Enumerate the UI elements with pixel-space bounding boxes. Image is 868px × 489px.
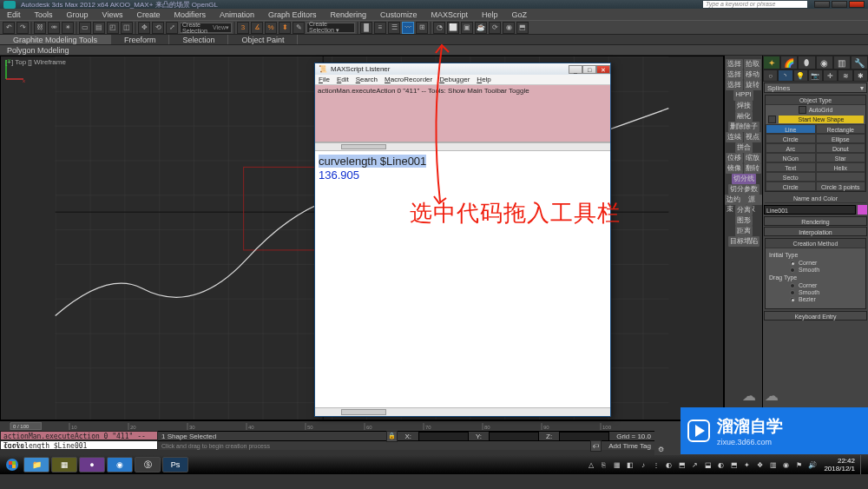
keyboard-entry-rollout[interactable]: Keyboard Entry <box>764 311 867 320</box>
side-command-strip[interactable]: 选择拾取选择移动选择旋转HPPI焊接融化删除除子连续视点拼合位移缩放镜像翻转切分… <box>724 56 762 420</box>
shape-circle-3-points[interactable]: Circle 3 points <box>816 182 866 191</box>
sidestrip-btn[interactable]: 镜像 <box>726 163 743 174</box>
mini-listener[interactable]: curvelength $Line001 <box>0 440 158 450</box>
shape-helix[interactable]: Helix <box>816 162 866 172</box>
listener-maximize[interactable]: □ <box>582 65 596 74</box>
ref-coord-dropdown[interactable]: Create SelectionView▾ <box>180 23 232 33</box>
autogrid-checkbox[interactable] <box>799 106 806 114</box>
sidestrip-btn[interactable]: 选择 <box>726 69 743 80</box>
listener-menu-search[interactable]: Search <box>352 75 381 84</box>
cameras-cat[interactable]: 📷 <box>808 69 823 82</box>
menu-modifiers[interactable]: Modifiers <box>167 10 213 19</box>
sidestrip-btn[interactable]: 融化 <box>735 111 753 122</box>
listener-output-pane[interactable]: curvelength $Line001 136.905 <box>315 151 610 407</box>
sidestrip-btn[interactable]: 边约束 <box>725 195 746 205</box>
mirror-button[interactable]: ▐▌ <box>360 22 372 34</box>
sidestrip-btn[interactable]: 选择 <box>726 80 743 90</box>
menu-rendering[interactable]: Rendering <box>324 10 374 19</box>
taskbar-app3[interactable]: ● <box>79 457 105 472</box>
shape-star[interactable]: Star <box>816 153 866 162</box>
time-slider-handle[interactable]: 0 / 100 <box>10 422 42 430</box>
lock-selection-icon[interactable]: 🔒 <box>386 431 398 442</box>
tray-icon[interactable]: ◐ <box>715 459 727 471</box>
angle-snap-button[interactable]: ∡ <box>251 22 263 34</box>
listener-scrollbar-bottom[interactable] <box>315 407 610 416</box>
shape-ellipse[interactable]: Ellipse <box>816 134 866 143</box>
window-minimize[interactable] <box>814 1 830 8</box>
tray-icon[interactable]: ⬓ <box>702 459 713 471</box>
ribbon-tab-3[interactable]: Object Paint <box>228 35 298 44</box>
taskbar-photoshop[interactable]: Ps <box>162 457 188 472</box>
taskbar-3dsmax[interactable]: Ⓢ <box>135 457 161 472</box>
sidestrip-btn[interactable]: 切分参数 <box>728 184 760 195</box>
sidestrip-btn[interactable]: 距离 <box>735 226 753 236</box>
select-by-name-button[interactable]: ▤ <box>93 22 105 34</box>
taskbar-app2[interactable]: ▦ <box>51 457 77 472</box>
tray-icon[interactable]: ⋮ <box>650 459 661 471</box>
y-coord-input[interactable] <box>489 432 539 441</box>
menu-customize[interactable]: Customize <box>373 10 424 19</box>
menu-animation[interactable]: Animation <box>213 10 261 19</box>
tray-icon[interactable]: ⎘ <box>598 459 609 471</box>
rotate-button[interactable]: ⟲ <box>152 22 164 34</box>
sidestrip-btn[interactable]: 焊接 <box>735 101 753 111</box>
layer-manager-button[interactable]: ☰ <box>388 22 400 34</box>
tray-icon[interactable]: ♪ <box>637 459 648 471</box>
named-selection-set[interactable]: Create Selection ▾ <box>306 23 355 33</box>
align-button[interactable]: ≡ <box>374 22 386 34</box>
sidestrip-btn[interactable]: HPPI <box>733 90 753 101</box>
extra-button[interactable]: ⬒ <box>516 22 529 34</box>
shape-rectangle[interactable]: Rectangle <box>816 124 866 134</box>
modify-tab[interactable]: 🌈 <box>780 56 798 69</box>
redo-button[interactable]: ↷ <box>16 22 29 34</box>
shape-arc[interactable]: Arc <box>766 143 816 153</box>
tray-icon[interactable]: 🔊 <box>806 459 818 471</box>
shape-donut[interactable]: Donut <box>816 143 866 153</box>
shape-circle[interactable]: Circle <box>766 182 816 191</box>
listener-close[interactable]: ✕ <box>596 65 610 74</box>
listener-menu-edit[interactable]: Edit <box>333 75 352 84</box>
interpolation-rollout[interactable]: Interpolation <box>764 227 867 236</box>
tray-icon[interactable]: △ <box>585 459 596 471</box>
named-sel-button[interactable]: ✎ <box>293 22 305 34</box>
z-coord-input[interactable] <box>559 432 609 441</box>
startnewshape-button[interactable]: Start New Shape <box>779 116 864 123</box>
category-dropdown[interactable]: Splines▾ <box>764 83 867 93</box>
menu-tools[interactable]: Tools <box>28 10 60 19</box>
shape-text[interactable]: Text <box>766 162 816 172</box>
startnewshape-checkbox[interactable] <box>768 116 776 123</box>
hierarchy-tab[interactable]: ⬮ <box>798 56 815 69</box>
sidestrip-btn[interactable]: 位移 <box>726 153 743 163</box>
listener-menu-file[interactable]: File <box>315 75 333 84</box>
keyfilters-button[interactable]: ⚙ <box>658 446 664 453</box>
menu-views[interactable]: Views <box>95 10 130 19</box>
spacewarps-cat[interactable]: ≋ <box>838 69 852 82</box>
object-type-rollout[interactable]: Object Type <box>766 96 865 105</box>
ribbon-tab-2[interactable]: Selection <box>169 35 228 44</box>
sidestrip-btn[interactable]: 目标塌陷 <box>728 236 760 247</box>
sidestrip-btn[interactable]: 切分线 <box>732 174 756 184</box>
tray-icon[interactable]: ✦ <box>741 459 753 471</box>
tray-icon[interactable]: ↗ <box>689 459 700 471</box>
window-crossing-button[interactable]: ◫ <box>121 22 133 34</box>
tray-icon[interactable]: ◧ <box>624 459 635 471</box>
ribbon-tab-1[interactable]: Freeform <box>111 35 170 44</box>
sidestrip-btn[interactable]: 移动 <box>744 69 761 80</box>
listener-menu-help[interactable]: Help <box>473 75 494 84</box>
menu-goz[interactable]: GoZ <box>505 10 535 19</box>
menu-graph editors[interactable]: Graph Editors <box>261 10 324 19</box>
listener-menu-macrorecorder[interactable]: MacroRecorder <box>381 75 436 84</box>
initial-corner-radio[interactable] <box>790 261 795 266</box>
sidestrip-btn[interactable]: 图形 <box>735 215 753 226</box>
geometry-cat[interactable]: ○ <box>763 69 778 82</box>
select-region-button[interactable]: ◰ <box>107 22 119 34</box>
macro-recorder-pane[interactable]: actionMan.executeAction 0 "411" -- Tools… <box>315 85 610 142</box>
x-coord-input[interactable] <box>418 432 469 441</box>
creation-method-rollout[interactable]: Creation Method <box>766 239 865 248</box>
shape-ngon[interactable]: NGon <box>766 153 816 162</box>
sidestrip-btn[interactable]: 选择 <box>726 59 743 69</box>
shape-line[interactable]: Line <box>766 124 816 134</box>
show-desktop-button[interactable] <box>860 455 865 474</box>
sidestrip-btn[interactable]: 缩放 <box>744 153 761 163</box>
select-object-button[interactable]: ▭ <box>79 22 91 34</box>
